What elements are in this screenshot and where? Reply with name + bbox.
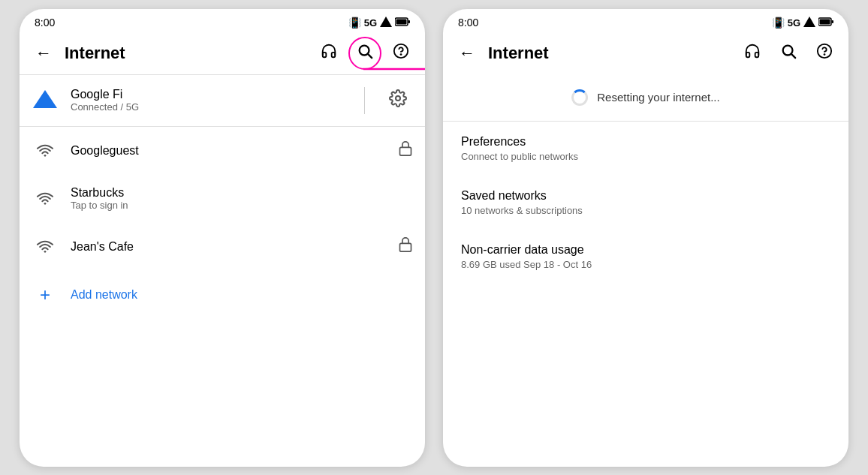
- svg-marker-14: [803, 17, 815, 27]
- headset-button-left[interactable]: [314, 38, 344, 68]
- connected-network-row[interactable]: Google Fi Connected / 5G: [20, 75, 425, 126]
- battery-icon-right: [818, 17, 833, 29]
- lock-icon-jeans-cafe: [398, 236, 413, 257]
- wifi-info-googleguest: Googleguest: [71, 144, 386, 158]
- saved-networks-title: Saved networks: [461, 189, 830, 203]
- help-icon-right: [816, 43, 833, 63]
- search-icon-left: [357, 43, 373, 63]
- wifi-icon-jeans-cafe: [32, 233, 59, 260]
- signal-icon-left: [380, 17, 392, 29]
- network-label-left: 5G: [364, 17, 377, 29]
- svg-rect-2: [408, 20, 411, 23]
- status-bar-right: 8:00 📳 5G: [443, 9, 848, 32]
- wifi-sub-starbucks: Tap to sign in: [71, 200, 413, 211]
- google-fi-signal-icon: [32, 86, 59, 116]
- vertical-divider: [364, 87, 365, 114]
- reset-banner: Resetting your internet...: [443, 74, 848, 122]
- preferences-item[interactable]: Preferences Connect to public networks: [443, 122, 848, 176]
- svg-line-5: [368, 54, 372, 58]
- connected-name: Google Fi: [71, 88, 346, 101]
- settings-button[interactable]: [383, 86, 413, 116]
- list-item[interactable]: Jean's Cafe: [20, 223, 425, 271]
- help-button-left[interactable]: [386, 38, 416, 68]
- search-button-left[interactable]: [350, 38, 380, 68]
- data-usage-item[interactable]: Non-carrier data usage 8.69 GB used Sep …: [443, 230, 848, 284]
- svg-rect-12: [400, 147, 411, 155]
- svg-rect-16: [832, 20, 834, 23]
- lock-icon-googleguest: [398, 140, 413, 161]
- battery-icon-left: [395, 17, 410, 29]
- add-network-label: Add network: [71, 288, 137, 302]
- data-usage-title: Non-carrier data usage: [461, 243, 830, 257]
- wifi-info-jeans-cafe: Jean's Cafe: [71, 240, 386, 254]
- svg-rect-13: [400, 243, 411, 251]
- list-item[interactable]: Googleguest: [20, 127, 425, 175]
- wifi-name-starbucks: Starbucks: [71, 186, 413, 200]
- back-icon-left: ←: [35, 44, 52, 63]
- wifi-name-jeans-cafe: Jean's Cafe: [71, 240, 386, 254]
- data-usage-sub: 8.69 GB used Sep 18 - Oct 16: [461, 259, 830, 270]
- list-item[interactable]: Starbucks Tap to sign in: [20, 175, 425, 223]
- headset-icon-right: [744, 43, 761, 63]
- preferences-sub: Connect to public networks: [461, 151, 830, 162]
- preferences-title: Preferences: [461, 135, 830, 149]
- status-bar-left: 8:00 📳 5G: [20, 9, 425, 32]
- menu-section: Preferences Connect to public networks S…: [443, 122, 848, 284]
- loading-spinner: [571, 89, 588, 106]
- headset-button-right[interactable]: [737, 38, 767, 68]
- search-icon-right: [780, 43, 797, 63]
- help-icon-left: [393, 43, 409, 63]
- wifi-icon-googleguest: [32, 137, 59, 164]
- vibrate-icon: 📳: [348, 17, 361, 29]
- right-phone: 8:00 📳 5G ← Internet: [443, 9, 848, 467]
- plus-icon: +: [32, 281, 59, 308]
- app-bar-right: ← Internet: [443, 32, 848, 74]
- status-icons-right: 📳 5G: [772, 17, 833, 29]
- vibrate-icon-right: 📳: [772, 17, 785, 29]
- time-right: 8:00: [458, 17, 478, 29]
- saved-networks-item[interactable]: Saved networks 10 networks & subscriptio…: [443, 176, 848, 230]
- time-left: 8:00: [35, 17, 55, 29]
- wifi-name-googleguest: Googleguest: [71, 144, 386, 158]
- svg-line-19: [791, 54, 795, 58]
- help-button-right[interactable]: [809, 38, 839, 68]
- svg-rect-3: [396, 19, 407, 24]
- saved-networks-sub: 10 networks & subscriptions: [461, 205, 830, 216]
- svg-rect-17: [820, 19, 830, 24]
- reset-text: Resetting your internet...: [597, 91, 719, 104]
- network-label-right: 5G: [788, 17, 800, 29]
- page-title-right: Internet: [488, 44, 731, 63]
- svg-marker-10: [33, 90, 57, 108]
- back-button-right[interactable]: ←: [452, 38, 482, 68]
- search-button-right[interactable]: [773, 38, 803, 68]
- back-button-left[interactable]: ←: [29, 38, 59, 68]
- status-icons-left: 📳 5G: [348, 17, 410, 29]
- gear-icon: [389, 89, 407, 112]
- add-network-row[interactable]: + Add network: [20, 271, 425, 319]
- wifi-info-starbucks: Starbucks Tap to sign in: [71, 186, 413, 211]
- back-icon-right: ←: [459, 44, 475, 63]
- svg-marker-0: [380, 17, 392, 27]
- page-title-left: Internet: [65, 44, 308, 63]
- connected-status: Connected / 5G: [71, 101, 346, 113]
- app-bar-left: ← Internet: [20, 32, 425, 74]
- signal-icon-right: [803, 17, 815, 29]
- wifi-icon-starbucks: [32, 185, 59, 212]
- left-phone: 8:00 📳 5G ← Internet: [20, 9, 425, 467]
- svg-point-11: [396, 96, 400, 101]
- connected-info: Google Fi Connected / 5G: [71, 88, 346, 113]
- headset-icon-left: [321, 43, 337, 63]
